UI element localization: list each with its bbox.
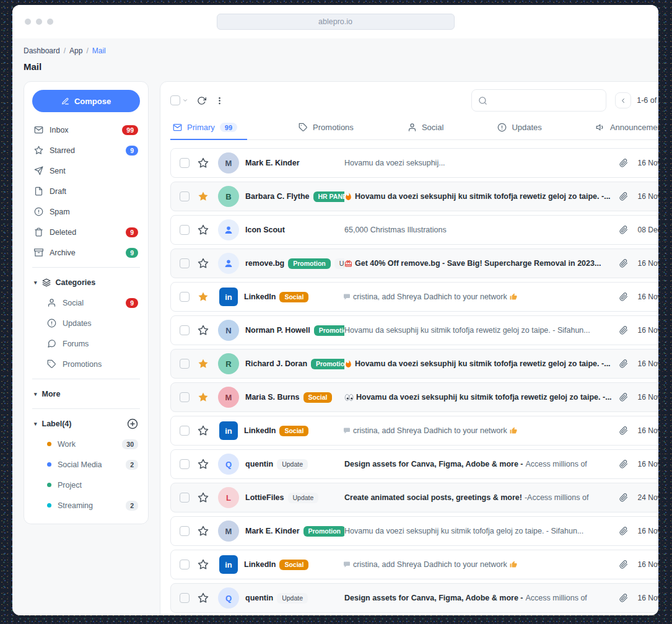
row-checkbox[interactable] [180,593,190,603]
star-outline-icon[interactable] [198,157,209,169]
sidebar-item-deleted[interactable]: Deleted9 [32,222,140,242]
sender-name: Maria S. Burns [245,393,300,402]
breadcrumb-item-dashboard[interactable]: Dashboard [24,46,60,55]
star-filled-icon[interactable] [198,358,209,369]
avatar: Q [218,454,239,475]
mail-row[interactable]: remove.bgPromotionUpdateGet 40% Off remo… [170,248,658,278]
sidebar-section-labels[interactable]: ▾ Label(4) [32,413,140,434]
sidebar-item-draft[interactable]: Draft [32,181,140,201]
row-checkbox[interactable] [180,560,190,569]
sidebar-item-label: Sent [50,167,66,175]
star-filled-icon[interactable] [198,191,209,202]
add-label-button[interactable] [127,418,138,429]
mail-subject: Hovamu da voezi seksuphij ku sitmik tofo… [344,359,612,368]
star-outline-icon[interactable] [198,425,209,436]
star-outline-icon[interactable] [198,492,209,503]
mail-row[interactable]: Icon Scout65,000 Christmas Illustrations… [170,215,658,245]
sidebar-item-project[interactable]: Project [32,475,140,495]
mail-row[interactable]: LLottieFilesUpdateCreate animated social… [170,483,658,512]
row-checkbox[interactable] [180,292,190,302]
sidebar-item-updates[interactable]: Updates [32,313,140,333]
sidebar-section-categories[interactable]: ▾ Categories [32,272,140,292]
row-checkbox[interactable] [180,426,190,436]
paperclip-icon [619,460,628,468]
mail-row[interactable]: BBarbara C. FlytheHR PANELHovamu da voez… [170,182,658,211]
row-checkbox[interactable] [180,325,190,335]
sidebar-item-archive[interactable]: Archive9 [32,242,140,263]
row-checkbox[interactable] [180,158,190,168]
star-outline-icon[interactable] [198,325,209,336]
mail-row[interactable]: inLinkedInSocialcristina, add Shreya Dad… [170,550,658,579]
more-options-button[interactable] [215,96,224,105]
star-outline-icon[interactable] [198,525,209,537]
search-input[interactable] [492,95,600,106]
star-outline-icon[interactable] [198,592,209,604]
speech-emoji [343,561,351,568]
row-checkbox[interactable] [180,258,190,268]
mail-row[interactable]: MMark E. KinderHovamu da voezi seksuphij… [170,148,658,178]
sidebar-divider [32,379,140,379]
sidebar-section-more[interactable]: ▾ More [32,384,140,404]
tab-updates[interactable]: Updates [495,116,544,140]
mail-row[interactable]: QquentinUpdateDesign assets for Canva, F… [170,583,658,613]
traffic-light-dot[interactable] [47,19,53,25]
sender-name: LottieFiles [245,493,284,502]
sidebar-item-inbox[interactable]: Inbox99 [32,120,140,140]
compose-button[interactable]: Compose [32,90,140,112]
mail-row[interactable]: inLinkedInSocialcristina, add Shreya Dad… [170,416,658,446]
url-bar[interactable]: ablepro.io [217,14,455,30]
mail-sidebar: Compose Inbox99Starred9SentDraftSpamDele… [24,81,149,524]
row-checkbox[interactable] [180,459,190,469]
mail-row[interactable]: QquentinUpdateDesign assets for Canva, F… [170,449,658,479]
traffic-light-dot[interactable] [25,19,31,25]
row-checkbox[interactable] [180,359,190,369]
sidebar-item-sent[interactable]: Sent [32,160,140,181]
star-filled-icon[interactable] [198,291,209,302]
user-icon [408,123,417,132]
refresh-button[interactable] [197,96,206,105]
row-checkbox[interactable] [180,392,190,402]
paperclip-icon [619,393,628,402]
mail-date: 16 Nov 2022 [634,393,658,402]
row-checkbox[interactable] [180,225,190,235]
mail-row[interactable]: RRichard J. DoranPromotionHovamu da voez… [170,349,658,379]
tab-announcement[interactable]: Announcement99 [593,116,658,140]
star-outline-icon[interactable] [198,258,209,269]
star-outline-icon[interactable] [198,559,209,570]
star-filled-icon[interactable] [198,392,209,403]
tab-label: Primary [187,123,215,132]
row-checkbox[interactable] [180,526,190,536]
mail-row[interactable]: inLinkedInSocialcristina, add Shreya Dad… [170,282,658,312]
chevron-down-icon: ▾ [34,421,37,427]
sidebar-item-label: Archive [50,248,76,257]
pagination-range: 1-6 of 10 [637,96,658,105]
browser-chrome: ablepro.io [12,5,658,38]
sidebar-item-forums[interactable]: Forums [32,333,140,354]
mail-row[interactable]: MMark E. KinderPromotionHovamu da voezi … [170,516,658,546]
sidebar-divider [32,408,140,409]
select-all-checkbox[interactable] [170,95,180,105]
avatar: in [219,555,238,574]
breadcrumb-item-app[interactable]: App [69,46,82,55]
sidebar-item-social-media[interactable]: Social Media2 [32,454,140,475]
sidebar-item-streaming[interactable]: Streaming2 [32,495,140,516]
star-outline-icon[interactable] [198,459,209,470]
tab-promotions[interactable]: Promotions [296,116,356,140]
fire-emoji [344,360,352,368]
row-checkbox[interactable] [180,191,190,201]
sidebar-item-spam[interactable]: Spam [32,201,140,222]
row-checkbox[interactable] [180,493,190,503]
paperclip-icon [619,159,628,167]
tab-social[interactable]: Social [405,116,446,140]
sidebar-item-starred[interactable]: Starred9 [32,140,140,160]
mail-row[interactable]: MMaria S. BurnsSocialHovamu da voezi sek… [170,382,658,412]
sidebar-item-promotions[interactable]: Promotions [32,354,140,374]
star-outline-icon[interactable] [198,224,209,235]
mail-row[interactable]: NNorman P. HowellPromotionHovamu da seks… [170,315,658,345]
sidebar-item-social[interactable]: Social9 [32,292,140,313]
tab-primary[interactable]: Primary99 [170,116,247,140]
traffic-light-dot[interactable] [36,19,42,25]
select-dropdown-caret-icon[interactable] [182,97,188,103]
prev-page-button[interactable] [615,92,631,108]
sidebar-item-work[interactable]: Work30 [32,434,140,454]
